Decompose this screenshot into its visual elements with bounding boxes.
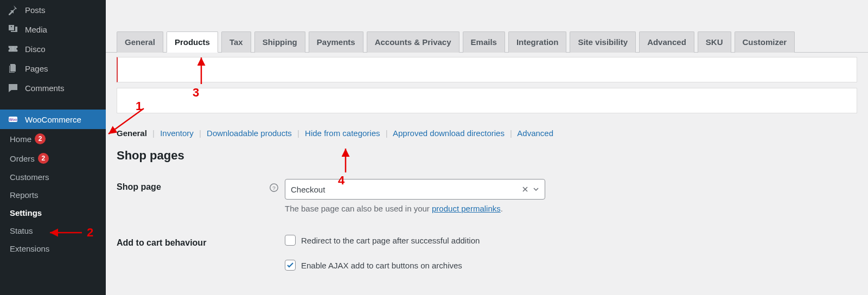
tab-products[interactable]: Products: [167, 31, 218, 53]
notice-panel: [117, 57, 857, 82]
tab-payments[interactable]: Payments: [309, 31, 363, 53]
admin-sidebar: Posts Media Disco Pages Comments Woo Woo…: [0, 0, 106, 295]
product-subtabs: General | Inventory | Downloadable produ…: [117, 129, 857, 138]
submenu-reports[interactable]: Reports: [0, 186, 106, 204]
media-icon: [7, 24, 20, 35]
annotation-number-4: 4: [338, 174, 344, 188]
annotation-arrow-4: [340, 145, 351, 175]
annotation-arrow-1: [103, 106, 155, 138]
sidebar-item-label: Pages: [25, 64, 48, 73]
tab-customizer[interactable]: Customizer: [735, 31, 795, 53]
annotation-arrow-3: [196, 54, 207, 87]
separator: |: [386, 129, 388, 138]
sidebar-separator: [0, 98, 106, 110]
sidebar-item-posts[interactable]: Posts: [0, 0, 106, 20]
submenu-label: Settings: [10, 208, 42, 217]
sidebar-item-label: Comments: [25, 84, 65, 93]
settings-tabs: General Products Tax Shipping Payments A…: [106, 0, 868, 53]
add-to-cart-options: Redirect to the cart page after successf…: [285, 235, 610, 271]
comment-icon: [7, 82, 20, 93]
ticket-icon: [7, 43, 20, 54]
select-controls: [522, 186, 539, 193]
submenu-settings[interactable]: Settings: [0, 204, 106, 222]
annotation-number-3: 3: [193, 86, 199, 100]
section-title: Shop pages: [117, 149, 857, 163]
sidebar-item-label: WooCommerce: [25, 115, 81, 124]
svg-text:?: ?: [272, 185, 276, 191]
submenu-label: Extensions: [10, 244, 49, 253]
form-row-add-to-cart: Add to cart behaviour Redirect to the ca…: [117, 235, 857, 271]
redirect-checkbox[interactable]: [285, 235, 296, 246]
main-content: General Products Tax Shipping Payments A…: [106, 0, 868, 295]
submenu-label: Status: [10, 226, 33, 235]
select-value: Checkout: [291, 185, 325, 194]
count-badge: 2: [35, 133, 46, 144]
notice-panel: [117, 88, 857, 113]
subtab-inventory[interactable]: Inventory: [160, 129, 194, 138]
submenu-label: Orders: [10, 154, 35, 163]
submenu-label: Home: [10, 134, 31, 144]
annotation-arrow-2: [47, 227, 85, 238]
submenu-extensions[interactable]: Extensions: [0, 240, 106, 258]
submenu-orders[interactable]: Orders 2: [0, 149, 106, 168]
checkbox-label: Enable AJAX add to cart buttons on archi…: [301, 261, 462, 270]
tab-accounts-privacy[interactable]: Accounts & Privacy: [367, 31, 459, 53]
subtab-downloadable[interactable]: Downloadable products: [207, 129, 292, 138]
annotation-number-1: 1: [136, 99, 142, 113]
sidebar-item-label: Disco: [25, 44, 46, 54]
sidebar-item-comments[interactable]: Comments: [0, 78, 106, 98]
tab-site-visibility[interactable]: Site visibility: [570, 31, 636, 53]
submenu-label: Customers: [10, 172, 49, 182]
submenu-home[interactable]: Home 2: [0, 129, 106, 149]
tab-emails[interactable]: Emails: [463, 31, 505, 53]
pages-icon: [7, 63, 20, 74]
subtab-advanced[interactable]: Advanced: [517, 129, 553, 138]
product-permalinks-link[interactable]: product permalinks: [432, 204, 501, 213]
ajax-checkbox[interactable]: [285, 260, 296, 271]
redirect-checkbox-row[interactable]: Redirect to the cart page after successf…: [285, 235, 610, 246]
submenu-customers[interactable]: Customers: [0, 168, 106, 186]
subtab-approved-download-dirs[interactable]: Approved download directories: [393, 129, 505, 138]
shop-page-control: Checkout The base page can also be used …: [285, 179, 545, 213]
annotation-number-2: 2: [87, 226, 93, 240]
shop-page-select[interactable]: Checkout: [285, 179, 545, 200]
sidebar-item-woocommerce[interactable]: Woo WooCommerce: [0, 110, 106, 129]
separator: |: [297, 129, 299, 138]
svg-text:Woo: Woo: [9, 118, 17, 121]
pin-icon: [7, 4, 20, 15]
help-icon[interactable]: ?: [269, 182, 279, 193]
tab-shipping[interactable]: Shipping: [254, 31, 305, 53]
separator: |: [199, 129, 201, 138]
tab-sku[interactable]: SKU: [698, 31, 731, 53]
woocommerce-icon: Woo: [7, 114, 20, 125]
clear-icon[interactable]: [522, 186, 528, 193]
chevron-down-icon[interactable]: [533, 186, 539, 193]
count-badge: 2: [38, 153, 49, 164]
tab-advanced[interactable]: Advanced: [639, 31, 694, 53]
submenu-label: Reports: [10, 190, 39, 200]
sidebar-item-pages[interactable]: Pages: [0, 59, 106, 78]
subtab-hide-categories[interactable]: Hide from categories: [305, 129, 380, 138]
shop-page-help: The base page can also be used in your p…: [285, 204, 545, 213]
shop-page-label: Shop page: [117, 179, 269, 192]
separator: |: [510, 129, 512, 138]
sidebar-item-disco[interactable]: Disco: [0, 39, 106, 59]
tab-integration[interactable]: Integration: [508, 31, 567, 53]
add-to-cart-label: Add to cart behaviour: [117, 235, 269, 248]
sidebar-item-label: Media: [25, 25, 47, 34]
tab-tax[interactable]: Tax: [221, 31, 251, 53]
ajax-checkbox-row[interactable]: Enable AJAX add to cart buttons on archi…: [285, 260, 610, 271]
tab-general[interactable]: General: [117, 31, 163, 53]
form-row-shop-page: Shop page ? Checkout The base page can a…: [117, 179, 857, 213]
checkbox-label: Redirect to the cart page after successf…: [301, 236, 480, 245]
sidebar-item-label: Posts: [25, 5, 46, 15]
sidebar-item-media[interactable]: Media: [0, 20, 106, 39]
